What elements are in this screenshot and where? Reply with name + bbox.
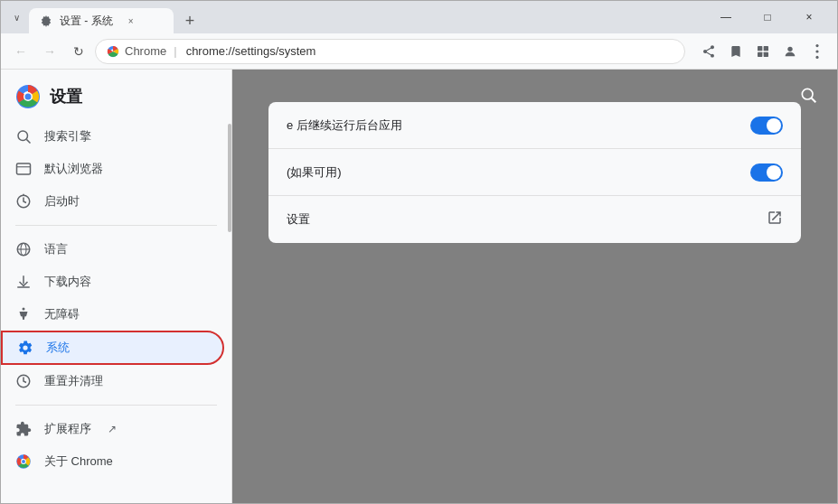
about-label: 关于 Chrome [44, 453, 113, 470]
downloads-icon [15, 274, 32, 290]
system-icon [17, 340, 33, 356]
search-engine-icon [15, 128, 32, 145]
svg-point-32 [22, 460, 25, 463]
default-browser-icon [15, 161, 32, 177]
sidebar-item-about[interactable]: 关于 Chrome [1, 445, 224, 478]
accessibility-label: 无障碍 [44, 306, 80, 322]
sidebar-item-default-browser[interactable]: 默认浏览器 [1, 153, 224, 185]
tab-list-chevron[interactable]: ∨ [8, 9, 25, 26]
sidebar-item-startup[interactable]: 启动时 [1, 185, 224, 218]
settings-search-button[interactable] [794, 80, 823, 109]
svg-rect-5 [758, 51, 762, 56]
bookmark-icon [729, 44, 743, 59]
language-icon [15, 241, 32, 257]
svg-point-15 [25, 94, 32, 100]
sidebar-divider-2 [15, 405, 217, 406]
sidebar-item-system[interactable]: 系统 [1, 331, 224, 365]
reset-label: 重置并清理 [44, 373, 103, 389]
svg-point-33 [802, 89, 813, 99]
open-external-icon [767, 210, 783, 226]
reload-button[interactable]: ↻ [66, 39, 91, 64]
svg-point-10 [815, 55, 818, 58]
svg-rect-4 [764, 46, 768, 51]
settings-row-hardware-accel: (如果可用) [268, 149, 801, 196]
tab-title: 设置 - 系统 [60, 14, 113, 29]
settings-row-proxy: 设置 [268, 196, 801, 243]
tab-chevron-area: ∨ [8, 9, 25, 26]
tab-area: 设置 - 系统 × + [29, 1, 701, 33]
reset-icon [15, 373, 32, 389]
svg-point-16 [18, 131, 28, 141]
sidebar-item-search-engine[interactable]: 搜索引擎 [1, 120, 224, 153]
background-apps-text: e 后继续运行后台应用 [287, 117, 750, 134]
titlebar: ∨ 设置 - 系统 × + — □ × [1, 1, 837, 33]
default-browser-label: 默认浏览器 [44, 161, 103, 177]
svg-point-8 [815, 44, 818, 47]
sidebar: 设置 搜索引擎 [1, 70, 232, 503]
svg-point-7 [787, 46, 792, 51]
svg-rect-18 [17, 163, 31, 174]
extensions-icon [756, 44, 770, 59]
window-controls: — □ × [705, 1, 830, 33]
address-actions [696, 39, 830, 64]
close-button[interactable]: × [788, 1, 830, 33]
about-icon [15, 453, 32, 470]
settings-row-background-apps: e 后继续运行后台应用 [268, 102, 801, 149]
sidebar-item-reset[interactable]: 重置并清理 [1, 365, 224, 397]
settings-page: e 后继续运行后台应用 (如果可用) 设置 [232, 70, 837, 503]
extensions-button[interactable] [750, 39, 776, 64]
sidebar-divider-1 [15, 225, 217, 226]
more-menu-icon [815, 44, 819, 59]
active-tab[interactable]: 设置 - 系统 × [29, 8, 174, 33]
search-engine-label: 搜索引擎 [44, 128, 91, 145]
proxy-text: 设置 [287, 211, 767, 228]
settings-card: e 后继续运行后台应用 (如果可用) 设置 [268, 102, 801, 243]
startup-icon [15, 193, 32, 210]
svg-line-34 [812, 98, 816, 103]
sidebar-scrollbar[interactable] [228, 70, 231, 503]
address-bar[interactable]: Chrome | chrome://settings/system [95, 39, 685, 64]
maximize-button[interactable]: □ [747, 1, 788, 33]
hardware-accel-text: (如果可用) [287, 164, 750, 181]
sidebar-item-downloads[interactable]: 下载内容 [1, 266, 224, 298]
profile-icon [783, 44, 797, 59]
sidebar-nav: 搜索引擎 默认浏览器 [1, 117, 231, 503]
minimize-button[interactable]: — [705, 1, 747, 33]
accessibility-icon [15, 306, 32, 322]
background-apps-toggle[interactable] [750, 117, 783, 135]
sidebar-item-language[interactable]: 语言 [1, 233, 224, 266]
chrome-logo-icon [15, 84, 41, 109]
tab-favicon-icon [40, 14, 52, 27]
hardware-accel-toggle[interactable] [750, 163, 783, 182]
sidebar-item-accessibility[interactable]: 无障碍 [1, 298, 224, 331]
share-button[interactable] [696, 39, 721, 64]
site-info-icon [107, 45, 119, 58]
settings-search-icon [799, 86, 817, 104]
svg-rect-6 [764, 51, 768, 56]
extensions-label: 扩展程序 [44, 421, 91, 437]
url-separator: | [174, 44, 176, 58]
new-tab-button[interactable]: + [177, 8, 202, 33]
forward-button[interactable]: → [37, 39, 62, 64]
system-label: 系统 [46, 340, 70, 356]
addressbar-row: ← → ↻ Chrome | chrome://settings/system [1, 33, 837, 70]
back-button[interactable]: ← [8, 39, 33, 64]
url-prefix: Chrome [125, 44, 166, 58]
share-icon [701, 44, 716, 59]
sidebar-item-extensions[interactable]: 扩展程序 ↗ [1, 413, 224, 445]
profile-button[interactable] [777, 39, 803, 64]
sidebar-header: 设置 [1, 70, 231, 117]
url-text: chrome://settings/system [186, 44, 673, 58]
bookmark-button[interactable] [723, 39, 749, 64]
extensions-external-icon: ↗ [108, 423, 117, 435]
settings-title: 设置 [50, 86, 82, 107]
tab-close-button[interactable]: × [124, 14, 138, 28]
menu-button[interactable] [805, 39, 830, 64]
downloads-label: 下载内容 [44, 274, 91, 290]
svg-line-17 [26, 139, 30, 143]
browser-window: ∨ 设置 - 系统 × + — □ × ← → ↻ [0, 0, 838, 504]
svg-point-26 [23, 308, 25, 311]
svg-point-9 [815, 50, 818, 52]
main-content: 设置 搜索引擎 [1, 70, 837, 503]
proxy-external-link[interactable] [767, 210, 783, 229]
